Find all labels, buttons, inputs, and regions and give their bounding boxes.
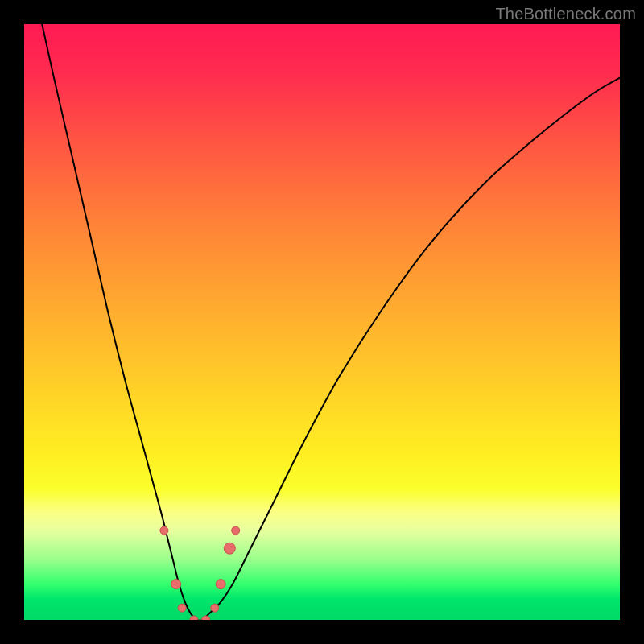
plot-area xyxy=(24,24,620,620)
data-marker xyxy=(224,543,235,554)
gradient-background xyxy=(24,24,620,620)
plot-svg xyxy=(24,24,620,620)
data-marker xyxy=(160,526,168,535)
data-marker xyxy=(171,580,181,589)
data-marker xyxy=(178,604,186,612)
data-marker xyxy=(232,526,240,535)
chart-root: TheBottleneck.com xyxy=(0,0,644,644)
data-marker xyxy=(211,604,219,612)
data-marker xyxy=(216,580,225,589)
watermark-text: TheBottleneck.com xyxy=(495,5,636,23)
